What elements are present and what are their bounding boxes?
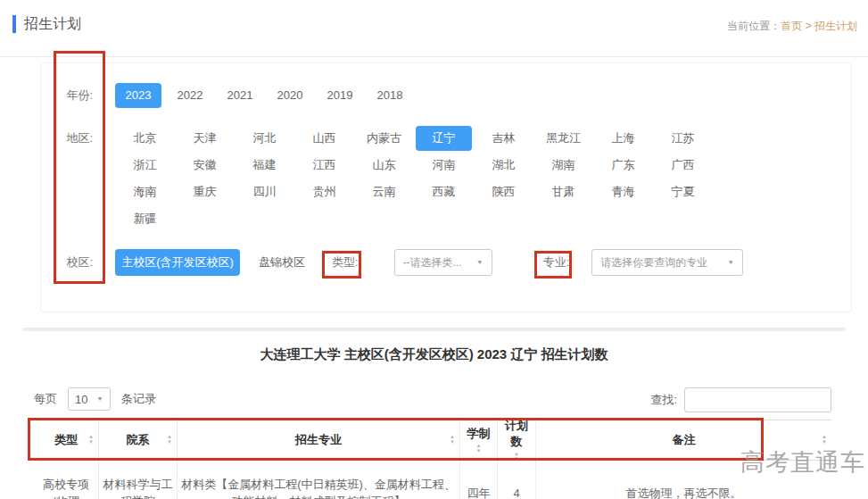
campus-option-main[interactable]: 主校区(含开发区校区) [115,249,240,276]
cell-duration: 四年 [459,461,497,499]
campus-option-panjin[interactable]: 盘锦校区 [255,249,309,276]
type-label: 类型: [332,254,359,270]
breadcrumb-prefix: 当前位置： [727,20,781,32]
region-option-selected[interactable]: 辽宁 [416,126,472,151]
year-option-2023[interactable]: 2023 [115,83,161,108]
results-title: 大连理工大学 主校区(含开发区校区) 2023 辽宁 招生计划数 [0,346,868,363]
region-option[interactable]: 重庆 [175,179,235,204]
region-option[interactable]: 陕西 [474,179,533,204]
table-controls: 每页 10 ▼ 条记录 查找: [34,387,831,414]
region-option[interactable]: 河南 [414,153,474,178]
sort-icon[interactable]: ▲▼ [476,444,482,454]
column-header-college[interactable]: 院系 ▲▼ [98,420,177,460]
region-option[interactable]: 云南 [354,179,414,204]
per-page-control: 每页 10 ▼ 条记录 [34,387,156,411]
sort-icon[interactable]: ▲▼ [88,435,94,445]
table-row: 高校专项 (物理 材料科学与工程学院 材料类【金属材料工程(中日精英班)、金属材… [34,461,831,499]
region-option[interactable]: 吉林 [474,126,533,151]
major-select-value: 请选择你要查询的专业 [600,255,707,270]
region-option[interactable]: 福建 [235,153,294,178]
filter-panel: 年份: 2023 2022 2021 2020 2019 2018 地区: 北京… [40,62,852,312]
per-page-suffix: 条记录 [121,391,156,407]
column-header-major[interactable]: 招生专业 ▲▼ [177,420,459,460]
major-select[interactable]: 请选择你要查询的专业 ▼ [591,249,743,276]
campus-filter-row: 校区: 主校区(含开发区校区) 盘锦校区 类型: --请选择类... ▼ 专业:… [50,249,851,276]
per-page-value: 10 [75,393,87,406]
region-option[interactable]: 天津 [175,126,235,151]
title-accent-bar [12,15,16,33]
campus-label: 校区: [50,254,115,270]
year-option-2022[interactable]: 2022 [165,83,215,108]
breadcrumb: 当前位置：首页 > 招生计划 [727,19,857,34]
region-option[interactable]: 上海 [593,126,653,151]
region-option[interactable]: 内蒙古 [354,126,414,151]
chevron-down-icon: ▼ [727,259,734,265]
year-label: 年份: [50,87,115,104]
region-option[interactable]: 宁夏 [653,179,713,204]
header-divider [0,56,868,57]
region-option[interactable]: 新疆 [115,206,175,231]
year-option-2020[interactable]: 2020 [265,83,315,108]
year-option-2018[interactable]: 2018 [365,83,415,108]
region-option[interactable]: 山西 [294,126,354,151]
major-label: 专业: [543,254,570,270]
per-page-select[interactable]: 10 ▼ [68,387,111,411]
region-option[interactable]: 北京 [115,126,175,151]
region-option[interactable]: 浙江 [115,153,175,178]
region-filter-row-4: 新疆 [50,206,851,231]
chevron-down-icon: ▼ [96,395,103,402]
type-select-value: --请选择类... [403,255,462,270]
sort-icon[interactable]: ▲▼ [822,435,827,445]
year-option-2021[interactable]: 2021 [215,83,265,108]
search-label: 查找: [650,392,677,408]
region-label: 地区: [50,130,115,146]
year-filter-row: 年份: 2023 2022 2021 2020 2019 2018 [50,83,851,108]
watermark: 高考直通车 [740,446,865,478]
cell-major: 材料类【金属材料工程(中日精英班)、金属材料工程、功能材料、材料成型及控制工程】 [177,461,459,499]
admission-plan-page: 招生计划 当前位置：首页 > 招生计划 年份: 2023 2022 2021 2… [0,0,868,499]
region-filter-row-3: 海南 重庆 四川 贵州 云南 西藏 陕西 甘肃 青海 宁夏 [50,179,851,204]
region-option[interactable]: 湖南 [533,153,593,178]
region-filter-row-1: 地区: 北京 天津 河北 山西 内蒙古 辽宁 吉林 黑龙江 上海 江苏 [50,126,851,151]
search-control: 查找: [650,387,831,412]
section-divider [22,328,846,331]
per-page-prefix: 每页 [34,391,57,407]
table-header-row: 类型 ▲▼ 院系 ▲▼ 招生专业 ▲▼ 学制 ▲▼ 计划数 ▲▼ 备注 ▲▼ [34,420,831,461]
sort-icon[interactable]: ▲▼ [167,435,172,445]
region-option[interactable]: 江苏 [653,126,713,151]
region-filter-row-2: 浙江 安徽 福建 江西 山东 河南 湖北 湖南 广东 广西 [50,153,851,178]
plan-table: 类型 ▲▼ 院系 ▲▼ 招生专业 ▲▼ 学制 ▲▼ 计划数 ▲▼ 备注 ▲▼ [34,420,831,499]
region-option[interactable]: 黑龙江 [533,126,593,151]
region-option[interactable]: 湖北 [474,153,533,178]
column-header-duration[interactable]: 学制 ▲▼ [459,420,497,460]
region-option[interactable]: 广西 [653,153,713,178]
year-option-2019[interactable]: 2019 [315,83,365,108]
column-header-plan-count[interactable]: 计划数 ▲▼ [497,420,535,460]
region-option[interactable]: 青海 [593,179,653,204]
region-option[interactable]: 河北 [235,126,294,151]
region-option[interactable]: 海南 [115,179,175,204]
cell-plan-count: 4 [497,461,535,499]
cell-college: 材料科学与工程学院 [98,461,177,499]
sort-icon[interactable]: ▲▼ [450,435,455,445]
region-option[interactable]: 四川 [235,179,294,204]
region-option[interactable]: 甘肃 [533,179,593,204]
cell-type: 高校专项 (物理 [34,461,98,499]
region-option[interactable]: 安徽 [175,153,235,178]
region-option[interactable]: 广东 [593,153,653,178]
region-option[interactable]: 江西 [294,153,354,178]
region-option[interactable]: 贵州 [294,179,354,204]
search-input[interactable] [684,387,831,412]
page-title: 招生计划 [24,15,81,34]
column-header-type[interactable]: 类型 ▲▼ [34,420,98,460]
type-select[interactable]: --请选择类... ▼ [394,249,492,276]
region-option[interactable]: 西藏 [414,179,474,204]
breadcrumb-links[interactable]: 首页 > 招生计划 [781,20,857,32]
region-option[interactable]: 山东 [354,153,414,178]
chevron-down-icon: ▼ [476,259,484,265]
